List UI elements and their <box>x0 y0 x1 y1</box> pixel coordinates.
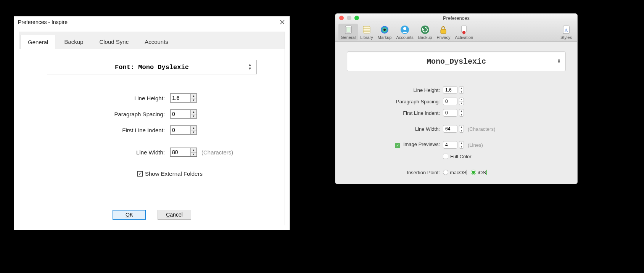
toolbar-privacy[interactable]: Privacy <box>434 24 452 40</box>
caret-demo-icon <box>467 170 467 175</box>
stepper-line-width[interactable]: ▲▼ <box>459 125 464 133</box>
svg-point-10 <box>421 26 429 34</box>
chevron-up-icon[interactable]: ▲ <box>191 126 196 130</box>
input-line-height[interactable] <box>443 86 457 94</box>
input-line-width[interactable] <box>443 125 457 133</box>
chevron-down-icon[interactable]: ▼ <box>459 90 464 94</box>
stepper-paragraph-spacing[interactable]: ▲▼ <box>459 98 464 105</box>
caret-demo-icon <box>486 170 487 175</box>
toolbar-library[interactable]: Library <box>358 24 375 40</box>
chevron-down-icon[interactable]: ▼ <box>191 114 196 119</box>
close-button[interactable] <box>339 16 344 20</box>
mac-toolbar: General Library Markup Accounts Backup <box>335 22 577 42</box>
win-title: Preferences - Inspire <box>18 19 68 25</box>
input-first-line-indent[interactable] <box>443 109 457 117</box>
tab-cloud-sync[interactable]: Cloud Sync <box>92 34 136 49</box>
svg-point-9 <box>403 27 406 30</box>
input-first-line-indent[interactable] <box>171 126 190 134</box>
stepper-line-height[interactable]: ▲▼ <box>459 86 464 94</box>
label-first-line-indent: First Line Indent: <box>347 110 443 116</box>
spin-first-line-indent[interactable]: ▲▼ <box>170 125 197 135</box>
row-paragraph-spacing: Paragraph Spacing: ▲▼ <box>19 109 285 119</box>
toolbar-styles[interactable]: A Styles <box>558 24 574 40</box>
tab-backup[interactable]: Backup <box>57 34 90 49</box>
spin-paragraph-spacing[interactable]: ▲▼ <box>170 109 197 119</box>
label-image-previews-text: Image Previews: <box>403 141 440 147</box>
stepper-arrows[interactable]: ▲▼ <box>190 126 196 134</box>
chevron-down-icon[interactable]: ▼ <box>459 102 464 105</box>
win-preferences-dialog: Preferences - Inspire General Backup Clo… <box>14 16 290 230</box>
chevron-updown-icon: ▲▼ <box>558 59 560 64</box>
radio-ios[interactable]: iOS <box>471 170 487 175</box>
svg-rect-2 <box>363 26 370 33</box>
toolbar-activation[interactable]: Activation <box>452 24 475 40</box>
backup-icon <box>420 24 430 35</box>
chevron-down-icon[interactable]: ▼ <box>459 145 464 149</box>
row-paragraph-spacing: Paragraph Spacing: ▲▼ <box>347 96 566 107</box>
chevron-down-icon[interactable]: ▼ <box>459 129 464 133</box>
input-line-width[interactable] <box>171 148 190 156</box>
stepper-arrows[interactable]: ▲▼ <box>190 148 196 156</box>
styles-icon: A <box>561 24 572 35</box>
chevron-down-icon[interactable]: ▼ <box>191 130 196 135</box>
chevron-down-icon[interactable]: ▼ <box>191 153 196 157</box>
input-image-previews[interactable] <box>443 141 457 149</box>
tab-accounts[interactable]: Accounts <box>137 34 175 49</box>
chevron-up-icon[interactable]: ▲ <box>459 109 464 113</box>
zoom-button[interactable] <box>354 16 359 20</box>
ok-rest: K <box>130 212 133 218</box>
row-line-height: Line Height: ▲▼ <box>19 93 285 103</box>
radio-macos-label: macOS <box>450 170 466 175</box>
toolbar-markup[interactable]: Markup <box>375 24 394 40</box>
chevron-up-icon[interactable]: ▲ <box>191 94 196 98</box>
toolbar-general[interactable]: General <box>338 24 358 40</box>
spin-line-height[interactable]: ▲▼ <box>170 93 197 103</box>
label-show-external: Show External Folders <box>145 170 203 177</box>
checkbox-full-color[interactable]: Full Color <box>443 154 472 159</box>
radio-macos[interactable]: macOS <box>443 170 467 175</box>
input-line-height[interactable] <box>171 94 190 102</box>
toolbar-accounts[interactable]: Accounts <box>394 24 415 40</box>
mac-font-selector[interactable]: Mono_Dyslexic ▲▼ <box>347 51 566 71</box>
svg-point-7 <box>383 29 386 31</box>
mac-title: Preferences <box>335 15 577 21</box>
win-titlebar: Preferences - Inspire <box>14 16 290 29</box>
stepper-image-previews[interactable]: ▲▼ <box>459 141 464 149</box>
minimize-button[interactable] <box>347 16 351 20</box>
cancel-button[interactable]: Cancel <box>158 210 191 220</box>
checkbox-image-previews[interactable]: ✓ <box>395 143 400 148</box>
cancel-rest: ancel <box>170 212 182 218</box>
chevron-down-icon[interactable]: ▼ <box>459 113 464 117</box>
hint-characters: (Characters) <box>201 149 233 156</box>
stepper-arrows[interactable]: ▲▼ <box>190 110 196 118</box>
accounts-icon <box>399 24 410 35</box>
chevron-up-icon[interactable]: ▲ <box>459 98 464 102</box>
radio-circle <box>471 170 476 175</box>
win-form: Line Height: ▲▼ Paragraph Spacing: ▲▼ Fi… <box>19 93 285 177</box>
row-first-line-indent: First Line Indent: ▲▼ <box>347 107 566 119</box>
row-show-external[interactable]: ✓ Show External Folders <box>19 170 285 177</box>
toolbar-backup[interactable]: Backup <box>416 24 435 40</box>
traffic-lights <box>335 16 359 20</box>
chevron-up-icon[interactable]: ▲ <box>191 148 196 153</box>
chevron-down-icon[interactable]: ▼ <box>191 98 196 103</box>
close-icon[interactable] <box>279 19 286 26</box>
chevron-up-icon[interactable]: ▲ <box>459 125 464 129</box>
label-full-color: Full Color <box>450 154 472 159</box>
tab-general[interactable]: General <box>21 35 55 49</box>
stepper-first-line-indent[interactable]: ▲▼ <box>459 109 464 117</box>
label-first-line-indent: First Line Indent: <box>19 127 170 133</box>
input-paragraph-spacing[interactable] <box>443 98 457 105</box>
toolbar-general-label: General <box>341 35 356 40</box>
stepper-arrows[interactable]: ▲▼ <box>190 94 196 102</box>
chevron-up-icon[interactable]: ▲ <box>459 141 464 145</box>
activation-icon <box>459 24 469 35</box>
chevron-up-icon[interactable]: ▲ <box>459 87 464 90</box>
ok-button[interactable]: OK <box>113 210 146 220</box>
spin-line-width[interactable]: ▲▼ <box>170 148 197 157</box>
font-selector[interactable]: Font: Mono Dyslexic ▲▼ <box>47 60 257 74</box>
checkbox-show-external[interactable]: ✓ <box>137 171 143 177</box>
chevron-up-icon[interactable]: ▲ <box>191 110 196 114</box>
svg-rect-11 <box>441 29 446 34</box>
input-paragraph-spacing[interactable] <box>171 110 190 118</box>
